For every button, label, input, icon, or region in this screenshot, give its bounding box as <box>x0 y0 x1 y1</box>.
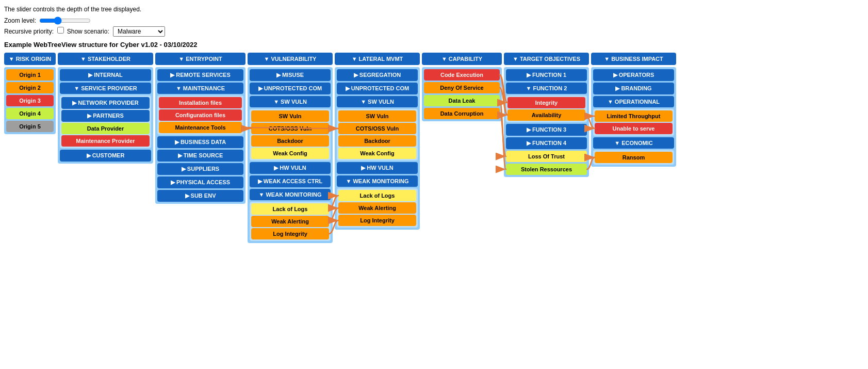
node-function1[interactable]: ▶ FUNCTION 1 <box>506 69 587 81</box>
node-sw-vuln-v-item[interactable]: SW Vuln <box>251 110 329 122</box>
node-customer[interactable]: ▶ CUSTOMER <box>60 150 151 162</box>
node-limited-throughput[interactable]: Limited Throughput <box>595 110 673 122</box>
weak-monitoring-l-group: Lack of Logs Weak Alerting Log Integrity <box>337 188 418 228</box>
node-hw-vuln-l[interactable]: ▶ HW VULN <box>337 162 418 174</box>
col-header-stakeholder[interactable]: ▼ STAKEHOLDER <box>58 53 153 65</box>
function2-group: Integrity Availability <box>506 95 587 122</box>
node-origin5[interactable]: Origin 5 <box>6 121 54 132</box>
node-backdoor-l[interactable]: Backdoor <box>338 135 416 147</box>
weak-monitoring-v-group: Lack of Logs Weak Alerting Log Integrity <box>250 202 331 241</box>
col-header-lateral[interactable]: ▼ LATERAL MVMT <box>335 53 420 65</box>
node-data-provider[interactable]: Data Provider <box>61 123 150 134</box>
slider-desc: The slider controls the depth of the tre… <box>4 4 864 15</box>
node-unprotected-com-v[interactable]: ▶ UNPROTECTED COM <box>250 83 331 94</box>
node-unprotected-com-l[interactable]: ▶ UNPROTECTED COM <box>337 83 418 94</box>
node-weak-access-ctrl[interactable]: ▶ WEAK ACCESS CTRL <box>250 175 331 187</box>
page-title: Example WebTreeView structure for Cyber … <box>4 41 864 49</box>
node-service-provider[interactable]: ▼ SERVICE PROVIDER <box>60 83 151 94</box>
node-integrity[interactable]: Integrity <box>507 97 585 108</box>
node-cots-oss-v[interactable]: COTS/OSS Vuln <box>251 123 329 134</box>
node-ransom[interactable]: Ransom <box>595 152 673 163</box>
node-weak-monitoring-l[interactable]: ▼ WEAK MONITORING <box>337 175 418 187</box>
col-header-capability[interactable]: ▼ CAPABILITY <box>422 53 502 65</box>
node-segregation[interactable]: ▶ SEGREGATION <box>337 69 418 81</box>
node-weak-alerting-v[interactable]: Weak Alerting <box>251 216 329 227</box>
node-hw-vuln-v[interactable]: ▶ HW VULN <box>250 162 331 174</box>
col-header-business[interactable]: ▼ BUSINESS IMPACT <box>591 53 676 65</box>
node-log-integrity-l[interactable]: Log Integrity <box>338 215 416 226</box>
column-business: ▼ BUSINESS IMPACT ▶ OPERATORS ▶ BRANDING… <box>591 53 676 243</box>
node-suppliers[interactable]: ▶ SUPPLIERS <box>157 163 243 175</box>
node-configuration-files[interactable]: Configuration files <box>159 109 242 121</box>
node-code-execution[interactable]: Code Execution <box>424 69 500 81</box>
col-header-vulnerability[interactable]: ▼ VULNERABILITY <box>248 53 333 65</box>
node-backdoor-v[interactable]: Backdoor <box>251 135 329 147</box>
node-origin4[interactable]: Origin 4 <box>6 108 54 119</box>
node-function2[interactable]: ▼ FUNCTION 2 <box>506 83 587 94</box>
node-lack-logs-v[interactable]: Lack of Logs <box>251 203 329 215</box>
node-operationnal[interactable]: ▼ OPERATIONNAL <box>593 96 674 107</box>
column-risk-origin: ▼ RISK ORIGIN Origin 1 Origin 2 Origin 3… <box>4 53 56 243</box>
node-data-leak[interactable]: Data Leak <box>424 95 500 106</box>
node-business-data[interactable]: ▶ BUSINESS DATA <box>157 136 243 148</box>
col-header-target[interactable]: ▼ TARGET OBJECTIVES <box>504 53 589 65</box>
node-loss-of-trust[interactable]: Loss Of Trust <box>506 151 587 162</box>
column-vulnerability: ▼ VULNERABILITY ▶ MISUSE ▶ UNPROTECTED C… <box>248 53 333 243</box>
tree-view: ▼ RISK ORIGIN Origin 1 Origin 2 Origin 3… <box>4 53 864 243</box>
column-stakeholder: ▼ STAKEHOLDER ▶ INTERNAL ▼ SERVICE PROVI… <box>58 53 153 243</box>
node-weak-config-v[interactable]: Weak Config <box>251 148 329 159</box>
column-entrypoint: ▼ ENTRYPOINT ▶ REMOTE SERVICES ▼ MAINTEN… <box>155 53 245 243</box>
node-origin2[interactable]: Origin 2 <box>6 82 54 93</box>
operationnal-group: Limited Throughput Unable to serve <box>593 109 674 136</box>
node-deny-of-service[interactable]: Deny Of Service <box>424 82 500 93</box>
node-lack-logs-l[interactable]: Lack of Logs <box>338 190 416 201</box>
economic-group: Ransom <box>593 150 674 165</box>
recursive-label: Recursive priority: <box>4 28 54 35</box>
recursive-checkbox[interactable] <box>57 27 64 34</box>
node-cots-oss-l[interactable]: COTS/OSS Vuln <box>338 123 416 134</box>
node-data-corruption[interactable]: Data Corruption <box>424 108 500 119</box>
scenario-select[interactable]: Malware Ransomware APT <box>113 26 165 37</box>
column-capability: ▼ CAPABILITY Code Execution Deny Of Serv… <box>422 53 502 243</box>
col-header-risk[interactable]: ▼ RISK ORIGIN <box>4 53 56 65</box>
node-misuse[interactable]: ▶ MISUSE <box>250 69 331 81</box>
node-remote-services[interactable]: ▶ REMOTE SERVICES <box>157 69 243 81</box>
sw-vuln-l-group: SW Vuln COTS/OSS Vuln Backdoor Weak Conf… <box>337 109 418 161</box>
node-unable-to-serve[interactable]: Unable to serve <box>595 123 673 134</box>
node-weak-monitoring-v[interactable]: ▼ WEAK MONITORING <box>250 189 331 200</box>
node-branding[interactable]: ▶ BRANDING <box>593 83 674 94</box>
node-function3[interactable]: ▶ FUNCTION 3 <box>506 124 587 136</box>
sw-vuln-v-group: SW Vuln COTS/OSS Vuln Backdoor Weak Conf… <box>250 109 331 161</box>
node-sub-env[interactable]: ▶ SUB ENV <box>157 190 243 202</box>
node-network-provider[interactable]: ▶ NETWORK PROVIDER <box>61 97 150 109</box>
zoom-label: Zoom level: <box>4 15 36 27</box>
node-stolen-ressources[interactable]: Stolen Ressources <box>506 164 587 175</box>
node-sw-vuln-l[interactable]: ▼ SW VULN <box>337 96 418 107</box>
node-partners[interactable]: ▶ PARTNERS <box>61 110 150 122</box>
column-target: ▼ TARGET OBJECTIVES ▶ FUNCTION 1 ▼ FUNCT… <box>504 53 589 243</box>
node-function4[interactable]: ▶ FUNCTION 4 <box>506 137 587 149</box>
scenario-label: Show scenario: <box>67 28 109 35</box>
column-lateral: ▼ LATERAL MVMT ▶ SEGREGATION ▶ UNPROTECT… <box>335 53 420 243</box>
zoom-slider[interactable] <box>39 17 91 25</box>
node-weak-config-l[interactable]: Weak Config <box>338 148 416 159</box>
maintenance-group: Installation files Configuration files M… <box>157 95 243 135</box>
node-maintenance-tools[interactable]: Maintenance Tools <box>159 122 242 133</box>
node-operators[interactable]: ▶ OPERATORS <box>593 69 674 81</box>
node-availability[interactable]: Availability <box>507 109 585 121</box>
node-maintenance-provider[interactable]: Maintenance Provider <box>61 135 150 147</box>
node-sw-vuln-l-item[interactable]: SW Vuln <box>338 110 416 122</box>
node-internal[interactable]: ▶ INTERNAL <box>60 69 151 81</box>
node-log-integrity-v[interactable]: Log Integrity <box>251 228 329 239</box>
node-origin1[interactable]: Origin 1 <box>6 69 54 81</box>
col-header-entrypoint[interactable]: ▼ ENTRYPOINT <box>155 53 245 65</box>
node-economic[interactable]: ▼ ECONOMIC <box>593 137 674 149</box>
node-installation-files[interactable]: Installation files <box>159 97 242 108</box>
node-weak-alerting-l[interactable]: Weak Alerting <box>338 202 416 214</box>
node-time-source[interactable]: ▶ TIME SOURCE <box>157 150 243 162</box>
node-origin3[interactable]: Origin 3 <box>6 95 54 106</box>
node-physical-access[interactable]: ▶ PHYSICAL ACCESS <box>157 177 243 188</box>
node-maintenance[interactable]: ▼ MAINTENANCE <box>157 83 243 94</box>
node-sw-vuln-v[interactable]: ▼ SW VULN <box>250 96 331 107</box>
service-provider-group: ▶ NETWORK PROVIDER ▶ PARTNERS Data Provi… <box>60 95 151 148</box>
